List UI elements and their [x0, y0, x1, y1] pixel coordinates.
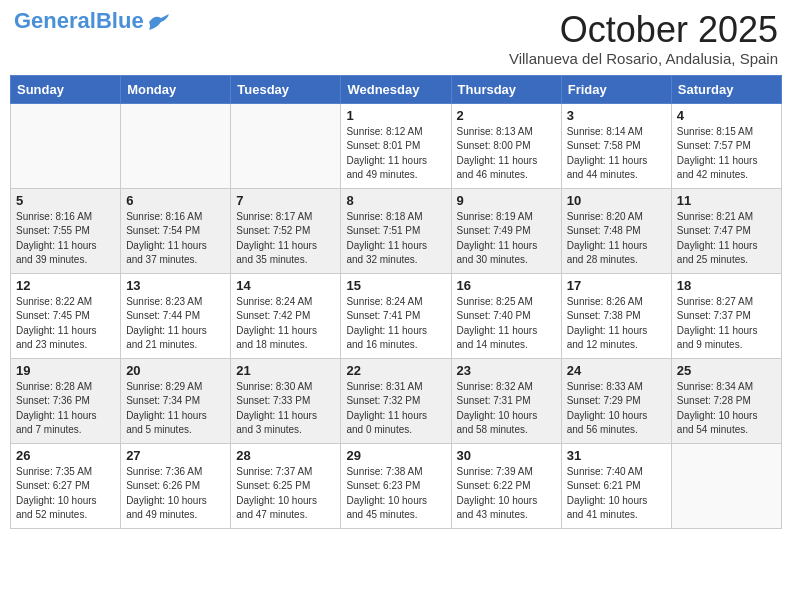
calendar-cell: 23Sunrise: 8:32 AMSunset: 7:31 PMDayligh… [451, 358, 561, 443]
day-number: 7 [236, 193, 335, 208]
day-info: Sunrise: 8:28 AMSunset: 7:36 PMDaylight:… [16, 380, 115, 438]
day-number: 27 [126, 448, 225, 463]
day-number: 6 [126, 193, 225, 208]
day-info: Sunrise: 7:36 AMSunset: 6:26 PMDaylight:… [126, 465, 225, 523]
day-info: Sunrise: 8:21 AMSunset: 7:47 PMDaylight:… [677, 210, 776, 268]
day-info: Sunrise: 7:35 AMSunset: 6:27 PMDaylight:… [16, 465, 115, 523]
calendar-cell: 3Sunrise: 8:14 AMSunset: 7:58 PMDaylight… [561, 103, 671, 188]
calendar-cell: 8Sunrise: 8:18 AMSunset: 7:51 PMDaylight… [341, 188, 451, 273]
day-info: Sunrise: 8:30 AMSunset: 7:33 PMDaylight:… [236, 380, 335, 438]
calendar-cell: 10Sunrise: 8:20 AMSunset: 7:48 PMDayligh… [561, 188, 671, 273]
day-number: 1 [346, 108, 445, 123]
calendar-cell: 6Sunrise: 8:16 AMSunset: 7:54 PMDaylight… [121, 188, 231, 273]
weekday-header-saturday: Saturday [671, 75, 781, 103]
location-subtitle: Villanueva del Rosario, Andalusia, Spain [509, 50, 778, 67]
day-number: 9 [457, 193, 556, 208]
day-number: 17 [567, 278, 666, 293]
logo-general: General [14, 8, 96, 33]
calendar-cell: 29Sunrise: 7:38 AMSunset: 6:23 PMDayligh… [341, 443, 451, 528]
day-info: Sunrise: 7:39 AMSunset: 6:22 PMDaylight:… [457, 465, 556, 523]
day-info: Sunrise: 8:13 AMSunset: 8:00 PMDaylight:… [457, 125, 556, 183]
day-number: 4 [677, 108, 776, 123]
day-info: Sunrise: 8:23 AMSunset: 7:44 PMDaylight:… [126, 295, 225, 353]
calendar-cell: 11Sunrise: 8:21 AMSunset: 7:47 PMDayligh… [671, 188, 781, 273]
day-number: 14 [236, 278, 335, 293]
weekday-header-sunday: Sunday [11, 75, 121, 103]
day-info: Sunrise: 8:15 AMSunset: 7:57 PMDaylight:… [677, 125, 776, 183]
day-number: 13 [126, 278, 225, 293]
calendar-week-row: 5Sunrise: 8:16 AMSunset: 7:55 PMDaylight… [11, 188, 782, 273]
day-info: Sunrise: 8:27 AMSunset: 7:37 PMDaylight:… [677, 295, 776, 353]
calendar-table: SundayMondayTuesdayWednesdayThursdayFrid… [10, 75, 782, 529]
day-number: 30 [457, 448, 556, 463]
day-number: 25 [677, 363, 776, 378]
calendar-cell: 31Sunrise: 7:40 AMSunset: 6:21 PMDayligh… [561, 443, 671, 528]
calendar-cell: 7Sunrise: 8:17 AMSunset: 7:52 PMDaylight… [231, 188, 341, 273]
day-info: Sunrise: 8:25 AMSunset: 7:40 PMDaylight:… [457, 295, 556, 353]
calendar-cell: 30Sunrise: 7:39 AMSunset: 6:22 PMDayligh… [451, 443, 561, 528]
calendar-cell [11, 103, 121, 188]
calendar-cell: 15Sunrise: 8:24 AMSunset: 7:41 PMDayligh… [341, 273, 451, 358]
day-info: Sunrise: 8:16 AMSunset: 7:55 PMDaylight:… [16, 210, 115, 268]
day-number: 15 [346, 278, 445, 293]
calendar-cell: 5Sunrise: 8:16 AMSunset: 7:55 PMDaylight… [11, 188, 121, 273]
weekday-header-tuesday: Tuesday [231, 75, 341, 103]
day-number: 24 [567, 363, 666, 378]
weekday-header-row: SundayMondayTuesdayWednesdayThursdayFrid… [11, 75, 782, 103]
calendar-week-row: 1Sunrise: 8:12 AMSunset: 8:01 PMDaylight… [11, 103, 782, 188]
day-number: 21 [236, 363, 335, 378]
day-number: 26 [16, 448, 115, 463]
weekday-header-monday: Monday [121, 75, 231, 103]
day-number: 18 [677, 278, 776, 293]
day-info: Sunrise: 8:32 AMSunset: 7:31 PMDaylight:… [457, 380, 556, 438]
day-info: Sunrise: 8:31 AMSunset: 7:32 PMDaylight:… [346, 380, 445, 438]
day-number: 12 [16, 278, 115, 293]
day-info: Sunrise: 8:33 AMSunset: 7:29 PMDaylight:… [567, 380, 666, 438]
day-info: Sunrise: 8:12 AMSunset: 8:01 PMDaylight:… [346, 125, 445, 183]
page-header: GeneralBlue October 2025 Villanueva del … [10, 10, 782, 67]
calendar-cell [121, 103, 231, 188]
day-info: Sunrise: 8:18 AMSunset: 7:51 PMDaylight:… [346, 210, 445, 268]
day-number: 19 [16, 363, 115, 378]
day-number: 2 [457, 108, 556, 123]
month-title: October 2025 [509, 10, 778, 50]
day-number: 31 [567, 448, 666, 463]
day-info: Sunrise: 8:16 AMSunset: 7:54 PMDaylight:… [126, 210, 225, 268]
calendar-cell: 12Sunrise: 8:22 AMSunset: 7:45 PMDayligh… [11, 273, 121, 358]
calendar-week-row: 19Sunrise: 8:28 AMSunset: 7:36 PMDayligh… [11, 358, 782, 443]
day-info: Sunrise: 8:22 AMSunset: 7:45 PMDaylight:… [16, 295, 115, 353]
day-number: 20 [126, 363, 225, 378]
calendar-cell: 16Sunrise: 8:25 AMSunset: 7:40 PMDayligh… [451, 273, 561, 358]
calendar-cell [671, 443, 781, 528]
day-info: Sunrise: 8:24 AMSunset: 7:41 PMDaylight:… [346, 295, 445, 353]
day-number: 8 [346, 193, 445, 208]
day-number: 5 [16, 193, 115, 208]
logo-blue: Blue [96, 8, 144, 33]
calendar-cell: 13Sunrise: 8:23 AMSunset: 7:44 PMDayligh… [121, 273, 231, 358]
calendar-cell: 9Sunrise: 8:19 AMSunset: 7:49 PMDaylight… [451, 188, 561, 273]
calendar-cell: 1Sunrise: 8:12 AMSunset: 8:01 PMDaylight… [341, 103, 451, 188]
day-info: Sunrise: 8:20 AMSunset: 7:48 PMDaylight:… [567, 210, 666, 268]
calendar-cell: 22Sunrise: 8:31 AMSunset: 7:32 PMDayligh… [341, 358, 451, 443]
calendar-cell: 20Sunrise: 8:29 AMSunset: 7:34 PMDayligh… [121, 358, 231, 443]
calendar-week-row: 12Sunrise: 8:22 AMSunset: 7:45 PMDayligh… [11, 273, 782, 358]
logo: GeneralBlue [14, 10, 169, 32]
calendar-cell: 2Sunrise: 8:13 AMSunset: 8:00 PMDaylight… [451, 103, 561, 188]
day-number: 3 [567, 108, 666, 123]
day-info: Sunrise: 8:14 AMSunset: 7:58 PMDaylight:… [567, 125, 666, 183]
calendar-cell: 14Sunrise: 8:24 AMSunset: 7:42 PMDayligh… [231, 273, 341, 358]
day-info: Sunrise: 8:17 AMSunset: 7:52 PMDaylight:… [236, 210, 335, 268]
calendar-cell: 4Sunrise: 8:15 AMSunset: 7:57 PMDaylight… [671, 103, 781, 188]
logo-bird-icon [147, 14, 169, 30]
calendar-cell [231, 103, 341, 188]
calendar-cell: 17Sunrise: 8:26 AMSunset: 7:38 PMDayligh… [561, 273, 671, 358]
day-number: 11 [677, 193, 776, 208]
day-info: Sunrise: 8:24 AMSunset: 7:42 PMDaylight:… [236, 295, 335, 353]
day-info: Sunrise: 7:37 AMSunset: 6:25 PMDaylight:… [236, 465, 335, 523]
title-block: October 2025 Villanueva del Rosario, And… [509, 10, 778, 67]
day-number: 23 [457, 363, 556, 378]
calendar-week-row: 26Sunrise: 7:35 AMSunset: 6:27 PMDayligh… [11, 443, 782, 528]
day-info: Sunrise: 8:19 AMSunset: 7:49 PMDaylight:… [457, 210, 556, 268]
day-info: Sunrise: 7:40 AMSunset: 6:21 PMDaylight:… [567, 465, 666, 523]
day-info: Sunrise: 8:26 AMSunset: 7:38 PMDaylight:… [567, 295, 666, 353]
